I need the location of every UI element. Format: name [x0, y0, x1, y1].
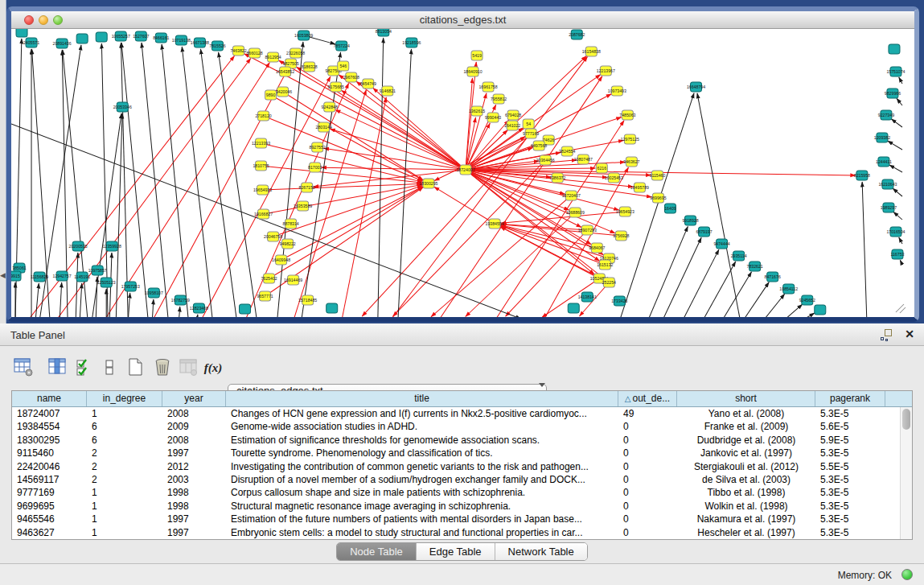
table-row[interactable]: 2242004622012Investigating the contribut…: [12, 460, 912, 473]
graph-edge[interactable]: [378, 38, 384, 317]
column-header-short[interactable]: short: [677, 391, 815, 406]
graph-node[interactable]: 1615132: [597, 260, 613, 270]
close-panel-icon[interactable]: ✕: [905, 328, 914, 340]
graph-node[interactable]: 16914469: [284, 275, 302, 285]
graph-edge[interactable]: [356, 81, 466, 170]
graph-node[interactable]: 9242848: [322, 102, 338, 112]
graph-node[interactable]: 817003: [308, 163, 322, 172]
graph-edge[interactable]: [888, 141, 902, 150]
graph-node[interactable]: 18495789: [630, 183, 649, 192]
graph-node[interactable]: 8660128: [246, 48, 262, 58]
vertical-scrollbar[interactable]: [900, 407, 912, 539]
graph-node[interactable]: 20046758: [264, 232, 282, 241]
graph-node[interactable]: 9777169: [523, 129, 539, 138]
table-row[interactable]: 1872400712008Changes of HCN gene express…: [12, 407, 912, 420]
graph-edge[interactable]: [35, 283, 39, 317]
graph-edge[interactable]: [893, 188, 902, 196]
graph-node[interactable]: [76, 34, 88, 43]
graph-edge[interactable]: [60, 282, 62, 317]
graph-node[interactable]: 3824554: [559, 146, 575, 156]
graph-node[interactable]: 54: [523, 119, 534, 129]
graph-node[interactable]: 7815526: [209, 41, 225, 51]
graph-node[interactable]: 8215958: [854, 171, 870, 180]
graph-node[interactable]: 10807487: [574, 154, 593, 164]
graph-edge[interactable]: [162, 44, 188, 317]
graph-edge[interactable]: [500, 227, 609, 282]
graph-node[interactable]: 2803144: [316, 122, 332, 132]
graph-edge[interactable]: [264, 116, 423, 181]
graph-edge[interactable]: [101, 43, 108, 317]
graph-node[interactable]: 19654923: [616, 207, 634, 216]
graph-node[interactable]: 16154838: [582, 47, 601, 56]
graph-node[interactable]: 16671388: [191, 38, 209, 47]
graph-edge[interactable]: [801, 313, 815, 317]
graph-node[interactable]: 16409: [664, 204, 676, 213]
graph-edge[interactable]: [142, 43, 168, 317]
graph-node[interactable]: 6216: [596, 163, 607, 173]
show-column-icon[interactable]: [47, 357, 68, 378]
graph-node[interactable]: 6794028: [505, 110, 521, 120]
graph-node[interactable]: 9175685: [328, 82, 344, 92]
tab-node-table[interactable]: Node Table: [337, 543, 417, 560]
graph-node[interactable]: 1641022: [504, 121, 520, 130]
graph-node[interactable]: 6879197: [696, 227, 712, 237]
column-header-year[interactable]: year: [162, 391, 226, 406]
graph-node[interactable]: 2935114: [731, 251, 747, 261]
graph-edge[interactable]: [899, 237, 902, 244]
table-mode-icon[interactable]: [13, 357, 34, 378]
graph-node[interactable]: 12213393: [252, 138, 270, 148]
table-row[interactable]: 911546021997Tourette syndrome. Phenomeno…: [12, 447, 912, 459]
new-column-icon[interactable]: [125, 357, 146, 378]
select-all-columns-icon[interactable]: [74, 357, 95, 378]
column-header-name[interactable]: name: [12, 391, 87, 406]
graph-node[interactable]: 10719138: [172, 35, 191, 45]
graph-node[interactable]: 6497568: [531, 141, 547, 150]
graph-node[interactable]: 20200535: [69, 241, 88, 251]
graph-node[interactable]: 8813054: [376, 29, 392, 36]
column-header-outde[interactable]: △out_de...: [618, 391, 677, 406]
graph-node[interactable]: 20891436: [53, 39, 72, 48]
tab-edge-table[interactable]: Edge Table: [417, 543, 495, 560]
graph-node[interactable]: 7832621: [747, 262, 763, 271]
function-builder-icon[interactable]: f(x): [199, 357, 227, 378]
delete-columns-icon[interactable]: [152, 357, 173, 378]
column-header-title[interactable]: title: [226, 391, 618, 406]
graph-node[interactable]: 9990443: [485, 113, 501, 122]
graph-edge[interactable]: [339, 75, 466, 170]
graph-node[interactable]: 8927552: [310, 142, 326, 152]
graph-node[interactable]: 1733426: [611, 296, 627, 306]
graph-edge[interactable]: [897, 98, 902, 105]
graph-node[interactable]: 546: [338, 61, 349, 71]
graph-node[interactable]: 18640910: [463, 67, 482, 76]
table-row[interactable]: 969969511998Structural magnetic resonanc…: [12, 500, 912, 513]
graph-edge[interactable]: [862, 182, 867, 317]
graph-node[interactable]: 7955812: [491, 94, 507, 104]
graph-edge[interactable]: [703, 262, 736, 317]
table-row[interactable]: 946554611997Estimation of the future num…: [12, 513, 912, 525]
scrollbar-thumb[interactable]: [902, 409, 910, 430]
graph-node[interactable]: 116753: [890, 249, 904, 259]
graph-edge[interactable]: [763, 294, 785, 317]
graph-node[interactable]: 7485063: [619, 110, 635, 120]
network-window-titlebar[interactable]: citations_edges.txt: [11, 11, 914, 29]
graph-node[interactable]: 15751074: [886, 67, 905, 76]
graph-node[interactable]: 9829966: [885, 89, 901, 98]
network-canvas-container[interactable]: 1872400718300295193845547463822866012889…: [11, 29, 914, 317]
graph-edge[interactable]: [200, 49, 236, 317]
graph-node[interactable]: [326, 303, 338, 313]
network-canvas[interactable]: 1872400718300295193845547463822866012889…: [11, 29, 914, 317]
graph-edge[interactable]: [182, 47, 212, 317]
graph-edge[interactable]: [891, 119, 902, 127]
graph-node[interactable]: 19654933: [253, 185, 272, 195]
graph-node[interactable]: 8454749: [360, 79, 376, 89]
graph-node[interactable]: 7625402: [261, 274, 277, 283]
graph-node[interactable]: 9657771: [257, 291, 273, 301]
graph-edge[interactable]: [273, 186, 423, 237]
graph-node[interactable]: 2087682: [569, 30, 585, 39]
resize-grip-icon[interactable]: [896, 304, 906, 313]
graph-node[interactable]: 9890: [265, 90, 277, 100]
table-row[interactable]: 1830029562008Estimation of significance …: [12, 434, 912, 447]
graph-node[interactable]: 8466161: [153, 33, 169, 43]
column-header-indegree[interactable]: in_degree: [87, 391, 162, 406]
graph-node[interactable]: 8878314: [283, 219, 299, 229]
